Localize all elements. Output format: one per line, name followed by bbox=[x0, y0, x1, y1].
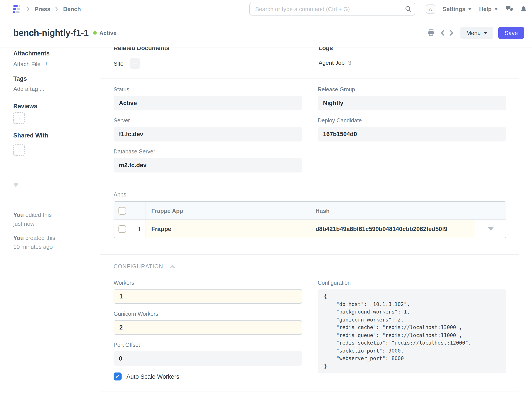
attach-file-button[interactable]: Attach File + bbox=[13, 60, 48, 68]
port-offset-label: Port Offset bbox=[114, 341, 302, 349]
settings-menu[interactable]: Settings bbox=[443, 6, 472, 12]
status-indicator: Active bbox=[93, 29, 117, 36]
created-action: created this bbox=[25, 235, 55, 241]
agent-job-count: 3 bbox=[348, 59, 351, 66]
chevron-down-icon bbox=[484, 32, 487, 34]
apps-table: Frappe App Hash 1 Frappe d8b421b49a8bf61… bbox=[114, 201, 506, 238]
global-search bbox=[249, 3, 415, 16]
configuration-json-code[interactable]: { "db_host": "10.1.3.102", "background_w… bbox=[318, 289, 506, 373]
search-icon bbox=[405, 6, 411, 14]
edited-who: You bbox=[13, 211, 24, 218]
gunicorn-workers-label: Gunicorn Workers bbox=[114, 310, 302, 318]
menu-button-label: Menu bbox=[466, 29, 481, 36]
row-index: 1 bbox=[138, 226, 141, 232]
field-port-offset: Port Offset 0 bbox=[114, 341, 302, 366]
status-dot-icon bbox=[93, 31, 96, 35]
column-header-frappe-app[interactable]: Frappe App bbox=[146, 202, 310, 220]
database-server-input[interactable]: m2.fc.dev bbox=[114, 158, 302, 173]
chevron-down-icon bbox=[494, 8, 498, 10]
status-input[interactable]: Active bbox=[114, 96, 302, 111]
add-site-button[interactable]: + bbox=[130, 58, 140, 69]
table-row: 1 Frappe d8b421b49a8bf61c599b048140cbb20… bbox=[114, 220, 506, 238]
column-header-hash[interactable]: Hash bbox=[310, 202, 475, 220]
save-button[interactable]: Save bbox=[498, 27, 524, 39]
form-body: Related Documents Site + Logs Agent Job bbox=[100, 47, 519, 392]
server-label: Server bbox=[114, 117, 302, 124]
apps-title: Apps bbox=[114, 191, 505, 198]
add-review-button[interactable]: + bbox=[13, 112, 25, 124]
breadcrumb-press[interactable]: Press bbox=[35, 6, 50, 12]
deploy-candidate-input[interactable]: 167b1504d0 bbox=[318, 127, 506, 141]
auto-scale-workers-checkbox[interactable]: ✓ bbox=[114, 373, 122, 380]
site-link[interactable]: Site bbox=[114, 60, 124, 67]
attach-file-label: Attach File bbox=[13, 61, 41, 67]
status-label: Status bbox=[114, 86, 302, 93]
logs-title: Logs bbox=[319, 47, 351, 52]
section-details: Status Active Server f1.fc.dev Database … bbox=[100, 78, 519, 182]
attachments-title: Attachments bbox=[13, 50, 50, 57]
edited-action: edited this bbox=[25, 211, 52, 218]
chevron-down-icon bbox=[468, 8, 472, 10]
like-heart-icon[interactable]: ♥ bbox=[13, 181, 18, 189]
menu-button[interactable]: Menu bbox=[460, 27, 494, 39]
prev-document-icon[interactable] bbox=[441, 30, 445, 36]
database-server-label: Database Server bbox=[114, 148, 302, 155]
field-gunicorn-workers: Gunicorn Workers 2 bbox=[114, 310, 302, 335]
frappe-logo-icon[interactable] bbox=[13, 5, 22, 13]
print-icon[interactable] bbox=[427, 29, 435, 36]
avatar-letter: A bbox=[429, 6, 432, 12]
navbar-actions: A Settings Help bbox=[426, 0, 527, 18]
tags-title: Tags bbox=[13, 75, 27, 82]
reviews-title: Reviews bbox=[13, 103, 37, 110]
section-configuration: CONFIGURATION Workers 1 Gunicorn Workers bbox=[100, 255, 519, 392]
section-related-documents: Related Documents Site + Logs Agent Job bbox=[100, 47, 519, 78]
field-release-group: Release Group Nightly bbox=[318, 86, 506, 111]
field-workers: Workers 1 bbox=[114, 279, 302, 304]
navbar: Press Bench A Settings Help bbox=[0, 0, 532, 18]
add-share-button[interactable]: + bbox=[13, 144, 25, 156]
chevron-up-icon bbox=[169, 262, 175, 270]
section-apps: Apps Frappe App Hash 1 bbox=[100, 182, 519, 255]
configuration-json-label: Configuration bbox=[318, 279, 506, 286]
gunicorn-workers-input[interactable]: 2 bbox=[114, 320, 302, 335]
field-server: Server f1.fc.dev bbox=[114, 117, 302, 141]
check-icon: ✓ bbox=[115, 373, 120, 380]
row-expand-icon[interactable] bbox=[487, 227, 494, 231]
workers-input[interactable]: 1 bbox=[114, 289, 302, 304]
field-status: Status Active bbox=[114, 86, 302, 111]
server-input[interactable]: f1.fc.dev bbox=[114, 127, 302, 141]
edited-info: You edited this just now bbox=[13, 211, 52, 228]
field-deploy-candidate: Deploy Candidate 167b1504d0 bbox=[318, 117, 506, 141]
select-all-checkbox[interactable] bbox=[118, 207, 126, 214]
breadcrumb-bench[interactable]: Bench bbox=[63, 6, 81, 12]
related-documents-title: Related Documents bbox=[114, 47, 319, 52]
app-hash-cell[interactable]: d8b421b49a8bf61c599b048140cbb2062fed50f9 bbox=[310, 220, 475, 238]
plus-icon: + bbox=[133, 60, 137, 67]
app-window: Press Bench A Settings Help bbox=[0, 0, 532, 396]
configuration-section-toggle[interactable]: CONFIGURATION bbox=[114, 262, 505, 270]
chevron-right-icon bbox=[55, 7, 58, 12]
avatar[interactable]: A bbox=[426, 4, 435, 14]
app-name-cell[interactable]: Frappe bbox=[146, 220, 310, 238]
workers-label: Workers bbox=[114, 279, 302, 286]
notifications-bell-icon[interactable] bbox=[520, 6, 527, 13]
breadcrumb: Press Bench bbox=[13, 0, 81, 18]
chat-icon[interactable] bbox=[505, 6, 513, 12]
save-button-label: Save bbox=[505, 29, 518, 36]
row-checkbox[interactable] bbox=[118, 225, 126, 233]
plus-icon: + bbox=[17, 114, 21, 122]
add-tag-input[interactable]: Add a tag ... bbox=[13, 86, 44, 92]
release-group-input[interactable]: Nightly bbox=[318, 96, 506, 111]
page-title: bench-nightly-f1-1 bbox=[13, 28, 89, 38]
help-menu[interactable]: Help bbox=[479, 6, 498, 12]
next-document-icon[interactable] bbox=[449, 30, 454, 36]
auto-scale-workers-label: Auto Scale Workers bbox=[126, 373, 179, 380]
apps-table-header: Frappe App Hash bbox=[114, 202, 506, 220]
help-label: Help bbox=[479, 6, 492, 12]
created-who: You bbox=[13, 235, 24, 241]
agent-job-link[interactable]: Agent Job bbox=[319, 59, 344, 66]
port-offset-input[interactable]: 0 bbox=[114, 351, 302, 366]
page-head: bench-nightly-f1-1 Active Menu Save bbox=[0, 18, 532, 47]
plus-icon: + bbox=[17, 146, 21, 153]
search-input[interactable] bbox=[249, 3, 415, 16]
